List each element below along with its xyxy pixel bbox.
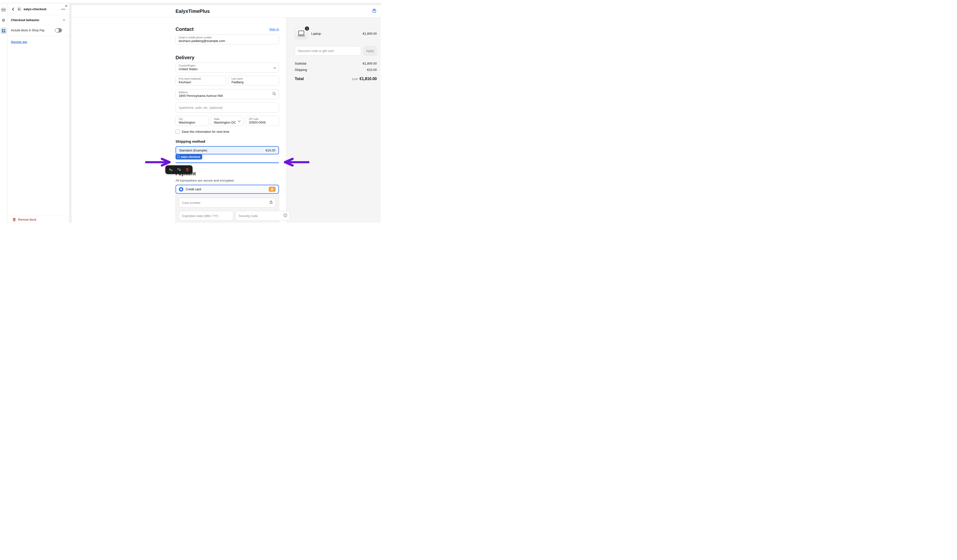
apartment-input[interactable] <box>175 103 279 113</box>
address-field[interactable]: Address 1600 Pennsylvania Avenue NW <box>175 89 279 99</box>
app-block-badge-label: ealyx-checkout <box>181 155 200 158</box>
editor-workspace: EalyxTimePlus Contact Sign in Email or m… <box>69 3 381 223</box>
laptop-image <box>297 30 305 37</box>
chevron-down-icon <box>273 66 276 70</box>
search-icon <box>272 92 276 96</box>
contact-heading: Contact <box>175 26 193 32</box>
first-name-value: Keshaun <box>179 80 223 84</box>
toggle-label: Include block in Shop Pay <box>11 28 44 32</box>
remove-block-label: Remove block <box>18 218 36 221</box>
expiration-field <box>179 211 233 221</box>
city-value: Washington <box>179 121 205 125</box>
help-question-icon[interactable]: ? <box>284 214 287 218</box>
credit-card-option[interactable]: Credit card B <box>175 185 279 194</box>
sidebar-scroll-up-arrow[interactable] <box>65 5 68 6</box>
card-number-input[interactable] <box>179 198 275 207</box>
top-chrome-strip <box>0 0 381 3</box>
credit-card-label: Credit card <box>186 188 269 191</box>
manage-app-link[interactable]: Manage app <box>11 40 27 44</box>
chevron-down-icon <box>238 119 241 123</box>
sidebar-spacer <box>7 47 69 216</box>
more-options-icon[interactable] <box>61 7 66 11</box>
app-block-badge[interactable]: ealyx-checkout <box>175 155 202 159</box>
section-title: Checkout behavior <box>11 18 39 22</box>
state-select[interactable]: State Washington DC <box>211 116 243 126</box>
delete-block-icon[interactable] <box>184 166 191 173</box>
country-select[interactable]: Country/Region United States <box>175 63 279 73</box>
app-block-highlight-line <box>175 162 279 163</box>
apply-discount-button[interactable]: Apply <box>363 46 377 55</box>
product-price: €1,800.00 <box>363 32 377 35</box>
subtotal-label: Subtotal <box>295 62 306 65</box>
discount-code-input[interactable] <box>295 46 361 55</box>
remove-block-button[interactable]: Remove block <box>7 216 69 223</box>
shipping-option-price: €10.00 <box>265 148 275 152</box>
sidebar-app-title: ealyx-checkout <box>24 7 59 11</box>
total-value: €1,810.00 <box>360 77 377 81</box>
last-name-field[interactable]: Last name Padberg <box>229 76 279 86</box>
move-block-down-icon[interactable] <box>175 166 182 173</box>
discount-row: Apply <box>295 46 377 55</box>
toggle-knob <box>55 28 59 32</box>
shipping-row: Shipping €10.00 <box>295 68 377 72</box>
subtotal-value: €1,800.00 <box>363 62 377 65</box>
city-field[interactable]: City Washington <box>175 116 208 126</box>
product-name: Laptop <box>311 32 321 35</box>
block-brackets-icon <box>177 156 180 158</box>
trash-icon <box>13 218 16 221</box>
save-info-label: Save this information for next time <box>182 130 229 134</box>
apps-icon-selected[interactable] <box>0 27 7 34</box>
security-code-input[interactable] <box>236 211 290 221</box>
first-name-label: First name (optional) <box>179 77 223 80</box>
shipping-method-heading: Shipping method <box>175 139 279 144</box>
zip-field[interactable]: ZIP code 20500-0005 <box>246 116 279 126</box>
city-label: City <box>179 117 205 121</box>
annotation-arrow-left-pointing <box>284 158 310 167</box>
radio-selected-icon[interactable] <box>179 187 183 191</box>
country-value: United States <box>179 67 276 71</box>
email-field[interactable]: Email or mobile phone number keshaun.pad… <box>175 35 279 44</box>
subtotal-row: Subtotal €1,800.00 <box>295 62 377 65</box>
lock-icon <box>269 200 273 205</box>
checkout-behavior-section-header[interactable]: Checkout behavior <box>7 15 69 25</box>
checkout-form: Contact Sign in Email or mobile phone nu… <box>175 17 279 223</box>
zip-value: 20500-0005 <box>249 121 276 125</box>
credit-card-panel: ? <box>175 194 279 223</box>
currency-code: EUR <box>352 78 358 80</box>
shipping-option-standard[interactable]: Standard (Example) €10.00 <box>175 146 279 155</box>
total-row: Total EUR €1,810.00 <box>295 77 377 81</box>
first-name-field[interactable]: First name (optional) Keshaun <box>175 76 226 86</box>
email-label: Email or mobile phone number <box>179 36 276 39</box>
sign-in-link[interactable]: Sign in <box>269 27 279 31</box>
shipping-label: Shipping <box>295 68 307 72</box>
store-name: EalyxTimePlus <box>175 8 210 14</box>
state-label: State <box>214 117 240 121</box>
checkout-preview-canvas: EalyxTimePlus Contact Sign in Email or m… <box>71 5 381 223</box>
shipping-value: €10.00 <box>367 68 377 72</box>
annotation-arrow-right-pointing <box>145 158 171 167</box>
security-code-field: ? <box>235 211 290 221</box>
settings-gear-icon[interactable]: ⚙ <box>0 17 7 23</box>
sections-icon[interactable] <box>0 6 7 13</box>
address-value: 1600 Pennsylvania Avenue NW <box>179 94 276 98</box>
cart-line-item: 1 Laptop €1,800.00 <box>295 28 377 39</box>
bogus-gateway-badge: B <box>269 187 276 192</box>
cart-bag-icon[interactable] <box>372 8 377 14</box>
manage-app-row: Manage app <box>7 36 69 47</box>
include-shop-pay-row: Include block in Shop Pay <box>7 25 69 36</box>
chevron-up-icon <box>63 19 65 21</box>
checkout-main-column: Contact Sign in Email or mobile phone nu… <box>71 17 286 222</box>
zip-label: ZIP code <box>249 117 276 121</box>
shop-pay-toggle[interactable] <box>55 28 62 33</box>
back-icon[interactable] <box>11 7 15 11</box>
payment-subtext: All transactions are secure and encrypte… <box>175 179 279 182</box>
save-info-checkbox[interactable] <box>175 129 179 134</box>
address-label: Address <box>179 91 276 94</box>
quantity-badge: 1 <box>305 27 309 31</box>
email-value: keshaun.padberg@example.com <box>179 39 276 43</box>
sidebar-header: ealyx-checkout <box>7 3 69 15</box>
total-label: Total <box>295 77 304 81</box>
last-name-label: Last name <box>232 77 276 80</box>
expiration-input[interactable] <box>179 211 233 221</box>
block-settings-sidebar: ealyx-checkout Checkout behavior Include… <box>7 3 69 223</box>
